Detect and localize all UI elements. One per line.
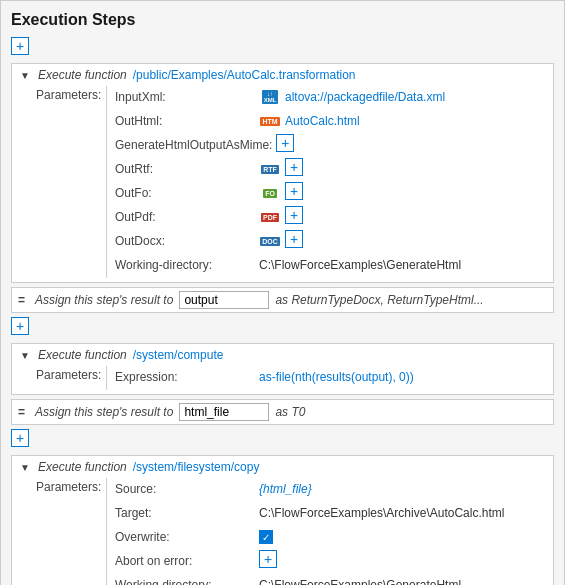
assign-row-2: = Assign this step's result to as T0	[11, 399, 554, 425]
add-button-1[interactable]: +	[11, 317, 29, 335]
html-icon-badge: HTM	[260, 117, 279, 126]
param-target: Target: C:\FlowForceExamples\Archive\Aut…	[115, 502, 547, 524]
param-label-outpdf: OutPdf:	[115, 210, 255, 224]
param-value-workdir3: C:\FlowForceExamples\GenerateHtml	[259, 578, 461, 585]
param-label-workdir1: Working-directory:	[115, 258, 255, 272]
assign-label-1: Assign this step's result to	[35, 293, 173, 307]
params-wrapper-1: Parameters: InputXml: ↓↑ XML altova://pa…	[36, 86, 547, 278]
param-outdocx: OutDocx: DOC +	[115, 230, 547, 252]
execute-label-1: Execute function	[38, 68, 127, 82]
param-overwrite: Overwrite: ✓	[115, 526, 547, 548]
equal-sign-1: =	[18, 293, 25, 307]
param-label-inputxml: InputXml:	[115, 90, 255, 104]
overwrite-checkbox[interactable]: ✓	[259, 530, 273, 544]
param-value-target: C:\FlowForceExamples\Archive\AutoCalc.ht…	[259, 506, 504, 520]
collapse-btn-2[interactable]: ▼	[18, 348, 32, 362]
param-label-source: Source:	[115, 482, 255, 496]
param-add-outrtf[interactable]: +	[285, 158, 303, 176]
section3-header: ▼ Execute function /system/filesystem/co…	[18, 460, 547, 474]
execute-value-1: /public/Examples/AutoCalc.transformation	[133, 68, 356, 82]
param-label-outfo: OutFo:	[115, 186, 255, 200]
params-label-1: Parameters:	[36, 86, 106, 278]
xml-icon: ↓↑ XML	[259, 88, 281, 106]
param-label-workdir3: Working directory:	[115, 578, 255, 585]
param-abort: Abort on error: +	[115, 550, 547, 572]
fo-icon-badge: FO	[263, 189, 277, 198]
equal-sign-2: =	[18, 405, 25, 419]
execute-value-2: /system/compute	[133, 348, 224, 362]
params-divider-3	[106, 478, 107, 585]
main-panel: Execution Steps + ▼ Execute function /pu…	[0, 0, 565, 585]
section1-header: ▼ Execute function /public/Examples/Auto…	[18, 68, 547, 82]
param-inputxml: InputXml: ↓↑ XML altova://packagedfile/D…	[115, 86, 547, 108]
pdf-icon: PDF	[259, 208, 281, 226]
params-label-3: Parameters:	[36, 478, 106, 585]
params-content-2: Expression: as-file(nth(results(output),…	[115, 366, 547, 390]
top-add-section: +	[11, 37, 554, 59]
param-expression: Expression: as-file(nth(results(output),…	[115, 366, 547, 388]
param-value-source: {html_file}	[259, 482, 312, 496]
params-label-2: Parameters:	[36, 366, 106, 390]
add-button-2[interactable]: +	[11, 429, 29, 447]
execute-section-1: ▼ Execute function /public/Examples/Auto…	[11, 63, 554, 283]
param-add-outdocx[interactable]: +	[285, 230, 303, 248]
add-section-2: +	[11, 429, 554, 451]
execute-value-3: /system/filesystem/copy	[133, 460, 260, 474]
rtf-icon: RTF	[259, 160, 281, 178]
pdf-icon-badge: PDF	[261, 213, 279, 222]
param-label-abort: Abort on error:	[115, 554, 255, 568]
params-wrapper-3: Parameters: Source: {html_file} Target: …	[36, 478, 547, 585]
docx-icon: DOC	[259, 232, 281, 250]
param-label-outrtf: OutRtf:	[115, 162, 255, 176]
params-divider-1	[106, 86, 107, 278]
param-label-target: Target:	[115, 506, 255, 520]
collapse-btn-1[interactable]: ▼	[18, 68, 32, 82]
param-value-inputxml: altova://packagedfile/Data.xml	[285, 90, 445, 104]
assign-type-1: as ReturnTypeDocx, ReturnTypeHtml...	[275, 293, 483, 307]
rtf-icon-badge: RTF	[261, 165, 279, 174]
param-value-workdir1: C:\FlowForceExamples\GenerateHtml	[259, 258, 461, 272]
execute-section-3: ▼ Execute function /system/filesystem/co…	[11, 455, 554, 585]
param-outpdf: OutPdf: PDF +	[115, 206, 547, 228]
assign-type-2: as T0	[275, 405, 305, 419]
param-workdir3: Working directory: C:\FlowForceExamples\…	[115, 574, 547, 585]
assign-input-1[interactable]	[179, 291, 269, 309]
html-icon: HTM	[259, 112, 281, 130]
execute-label-2: Execute function	[38, 348, 127, 362]
param-label-outhtml: OutHtml:	[115, 114, 255, 128]
add-section-1: +	[11, 317, 554, 339]
execute-label-3: Execute function	[38, 460, 127, 474]
assign-input-2[interactable]	[179, 403, 269, 421]
param-add-generatehtml[interactable]: +	[276, 134, 294, 152]
param-value-expression: as-file(nth(results(output), 0))	[259, 370, 414, 384]
param-label-expression: Expression:	[115, 370, 255, 384]
assign-label-2: Assign this step's result to	[35, 405, 173, 419]
params-content-1: InputXml: ↓↑ XML altova://packagedfile/D…	[115, 86, 547, 278]
fo-icon: FO	[259, 184, 281, 202]
param-label-generatehtml: GenerateHtmlOutputAsMime:	[115, 138, 272, 152]
param-label-outdocx: OutDocx:	[115, 234, 255, 248]
param-add-abort[interactable]: +	[259, 550, 277, 568]
section2-header: ▼ Execute function /system/compute	[18, 348, 547, 362]
param-add-outfo[interactable]: +	[285, 182, 303, 200]
page-title: Execution Steps	[11, 11, 554, 29]
top-add-button[interactable]: +	[11, 37, 29, 55]
param-outrtf: OutRtf: RTF +	[115, 158, 547, 180]
param-add-outpdf[interactable]: +	[285, 206, 303, 224]
collapse-btn-3[interactable]: ▼	[18, 460, 32, 474]
assign-row-1: = Assign this step's result to as Return…	[11, 287, 554, 313]
params-divider-2	[106, 366, 107, 390]
param-generatehtml: GenerateHtmlOutputAsMime: +	[115, 134, 547, 156]
execute-section-2: ▼ Execute function /system/compute Param…	[11, 343, 554, 395]
docx-icon-badge: DOC	[260, 237, 280, 246]
param-value-outhtml: AutoCalc.html	[285, 114, 360, 128]
params-wrapper-2: Parameters: Expression: as-file(nth(resu…	[36, 366, 547, 390]
params-content-3: Source: {html_file} Target: C:\FlowForce…	[115, 478, 547, 585]
param-source: Source: {html_file}	[115, 478, 547, 500]
param-label-overwrite: Overwrite:	[115, 530, 255, 544]
param-workdir1: Working-directory: C:\FlowForceExamples\…	[115, 254, 547, 276]
param-outfo: OutFo: FO +	[115, 182, 547, 204]
xml-icon-badge: ↓↑ XML	[262, 90, 279, 104]
param-outhtml: OutHtml: HTM AutoCalc.html	[115, 110, 547, 132]
